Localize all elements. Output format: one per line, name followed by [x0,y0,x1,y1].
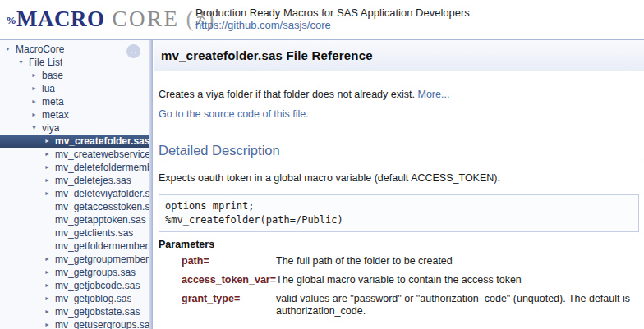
detailed-description-heading: Detailed Description [159,143,639,162]
tree-item-label: meta [42,95,64,108]
param-name: access_token_var= [182,271,276,290]
tree-item-label: mv_getjobstate.sas [55,305,140,318]
tree-item-label: mv_getgroupmembers.sas [55,253,149,266]
param-description: The full path of the folder to be create… [276,252,639,271]
param-name: grant_type= [182,290,276,321]
sidebar-item-mv-getaccesstoken-sas[interactable]: mv_getaccesstoken.sas [0,200,149,213]
expand-arrow-icon[interactable]: ► [44,292,55,305]
sidebar-item-mv-createwebservice-sas[interactable]: ► mv_createwebservice.sas [0,148,149,161]
expand-arrow-icon[interactable]: ▼ [31,121,42,135]
expand-arrow-icon[interactable]: ► [44,279,55,292]
sidebar-item-mv-deleteviyafolder-sas[interactable]: ► mv_deleteviyafolder.sas [0,187,149,200]
nav-tree: ▼ MacroCore ▼ File List ► base ► lua ► m… [0,40,149,329]
sidebar-item-mv-getjobstate-sas[interactable]: ► mv_getjobstate.sas [0,305,149,318]
tree-item-label: mv_createfolder.sas [55,135,149,148]
code-line: options mprint; [165,199,632,213]
tree-item-label: MacroCore [16,43,64,56]
doc-contents: Creates a viya folder if that folder doe… [154,89,644,329]
sidebar-item-mv-getfoldermembers-sas[interactable]: mv_getfoldermembers.sas [0,240,149,253]
tree-item-label: mv_getjobcode.sas [55,279,140,292]
param-description: The global macro variable to contain the… [276,271,639,290]
sidebar-item-mv-getclients-sas[interactable]: mv_getclients.sas [0,226,149,240]
sidebar-item-mv-deletefoldermember-sas[interactable]: ► mv_deletefoldermember.sas [0,161,149,174]
sync-button[interactable]: ↔ [126,44,140,58]
tree-item-label: File List [29,56,62,69]
description-text: Expects oauth token in a global macro va… [159,172,639,185]
expand-arrow-icon[interactable]: ► [44,266,55,279]
param-row: access_token_var= The global macro varia… [182,271,639,290]
sidebar-item-mv-getgroupmembers-sas[interactable]: ► mv_getgroupmembers.sas [0,253,149,266]
logo-macro-text: MACRO [16,7,104,32]
expand-arrow-icon[interactable]: ► [44,148,55,161]
source-line: Go to the source code of this file. [159,108,639,121]
sidebar-item-viya[interactable]: ▼ viya [0,121,149,135]
site-tagline-block: Production Ready Macros for SAS Applicat… [191,7,470,32]
tree-item-label: mv_getaccesstoken.sas [55,200,149,213]
sidebar-item-mv-getgroups-sas[interactable]: ► mv_getgroups.sas [0,266,149,279]
tree-item-label: mv_getjoblog.sas [55,292,131,305]
sidebar-splitter[interactable] [149,40,154,329]
parameters-section: Parameters path= The full path of the fo… [159,239,639,321]
sidebar: ↔ ▼ MacroCore ▼ File List ► base ► lua ►… [0,40,149,329]
param-name: path= [182,252,276,271]
tree-item-label: lua [42,82,55,95]
logo-core-text: CORE [112,7,179,32]
tree-item-label: mv_getgroups.sas [55,266,136,279]
code-block: options mprint; %mv_createfolder(path=/P… [159,194,639,232]
expand-arrow-icon[interactable]: ▼ [18,56,29,69]
sidebar-item-mv-getjoblog-sas[interactable]: ► mv_getjoblog.sas [0,292,149,305]
expand-arrow-icon[interactable]: ► [44,174,55,187]
param-row: path= The full path of the folder to be … [182,252,639,271]
sidebar-item-mv-getusergroups-sas[interactable]: ► mv_getusergroups.sas [0,318,149,329]
expand-arrow-icon[interactable]: ► [31,82,42,95]
sidebar-item-mv-deletejes-sas[interactable]: ► mv_deletejes.sas [0,174,149,187]
github-link[interactable]: https://github.com/sasjs/core [196,19,331,31]
tree-item-label: viya [42,121,59,135]
source-code-link[interactable]: Go to the source code of this file. [159,108,309,120]
tree-item-label: mv_getapptoken.sas [55,213,146,226]
expand-arrow-icon[interactable]: ► [44,253,55,266]
tree-item-label: mv_createwebservice.sas [55,148,149,161]
expand-arrow-icon[interactable]: ► [44,187,55,200]
sidebar-item-meta[interactable]: ► meta [0,95,149,108]
tree-item-label: base [42,69,63,82]
tree-item-label: mv_deleteviyafolder.sas [55,187,149,200]
tree-item-label: mv_deletejes.sas [55,174,131,187]
main-content: mv_createfolder.sas File Reference Creat… [154,40,644,329]
tree-item-label: mv_deletefoldermember.sas [55,161,149,174]
parameters-heading: Parameters [159,239,639,250]
brief-text: Creates a viya folder if that folder doe… [159,89,415,100]
sync-icon: ↔ [129,46,138,56]
expand-arrow-icon[interactable]: ▼ [5,43,16,56]
site-header: % MACRO CORE ( ) Production Ready Macros… [0,0,644,39]
sidebar-item-file-list[interactable]: ▼ File List [0,56,149,69]
tree-item-label: metax [42,108,69,121]
page-title-bar: mv_createfolder.sas File Reference [154,40,644,71]
sidebar-item-metax[interactable]: ► metax [0,108,149,121]
brief-description: Creates a viya folder if that folder doe… [159,89,639,101]
macrocore-logo: % MACRO CORE ( ) [0,7,191,32]
more-link[interactable]: More... [417,89,449,100]
page-title: mv_createfolder.sas File Reference [161,48,373,62]
sidebar-item-lua[interactable]: ► lua [0,82,149,95]
sidebar-item-mv-getjobcode-sas[interactable]: ► mv_getjobcode.sas [0,279,149,292]
sidebar-item-mv-createfolder-sas[interactable]: ► mv_createfolder.sas [0,135,149,148]
code-line: %mv_createfolder(path=/Public) [165,213,632,227]
param-description: valid values are "password" or "authoriz… [276,290,639,321]
expand-arrow-icon[interactable]: ► [31,108,42,121]
tree-item-label: mv_getclients.sas [55,226,133,240]
site-tagline: Production Ready Macros for SAS Applicat… [196,7,470,19]
expand-arrow-icon[interactable]: ► [44,161,55,174]
expand-arrow-icon[interactable]: ► [44,305,55,318]
sidebar-item-mv-getapptoken-sas[interactable]: mv_getapptoken.sas [0,213,149,226]
expand-arrow-icon[interactable]: ► [44,318,55,329]
expand-arrow-icon[interactable]: ► [31,95,42,108]
logo-percent-glyph: % [6,14,16,27]
tree-item-label: mv_getusergroups.sas [55,318,149,329]
sidebar-item-base[interactable]: ► base [0,69,149,82]
param-row: grant_type= valid values are "password" … [182,290,639,321]
parameters-table: path= The full path of the folder to be … [182,252,639,321]
expand-arrow-icon[interactable]: ► [31,69,42,82]
tree-item-label: mv_getfoldermembers.sas [55,240,149,253]
expand-arrow-icon[interactable]: ► [44,135,55,148]
